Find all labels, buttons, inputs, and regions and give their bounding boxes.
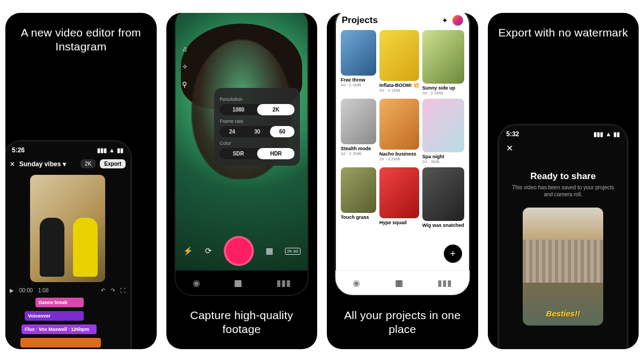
- project-card[interactable]: Inflata-BOOM! 💥4d · 1.1MB: [379, 30, 419, 95]
- project-title[interactable]: Sunday vibes ▾: [19, 160, 76, 168]
- editor-header: ✕ Sunday vibes ▾ 2K Export: [5, 156, 131, 172]
- project-card[interactable]: Touch grass: [341, 167, 376, 228]
- resolution-label: Resolution: [219, 97, 295, 102]
- project-meta: 3d · 2.3MB: [341, 151, 376, 156]
- redo-icon[interactable]: ↷: [111, 287, 115, 293]
- project-meta: 4d · 2.3MB: [341, 83, 376, 87]
- project-thumbnail: [379, 99, 419, 150]
- project-title: Stealth mode: [341, 146, 376, 151]
- battery-icon: ▮▮: [117, 147, 123, 154]
- status-time: 5:26: [12, 146, 25, 154]
- tab-insights-icon[interactable]: ▮▮▮: [437, 278, 452, 288]
- promo-panel-editor: A new video editor from Instagram 5:26 ▮…: [5, 13, 157, 349]
- ready-subtitle: This video has been saved to your projec…: [499, 184, 627, 198]
- project-title: Nacho business: [379, 151, 419, 157]
- projects-header: Projects ✦: [335, 13, 470, 30]
- quality-badge[interactable]: 2K 60: [285, 248, 301, 255]
- panel-caption: Export with no watermark: [488, 13, 639, 45]
- clip-music[interactable]: Flux · Vox Maxwell · 126bpm: [21, 324, 97, 334]
- project-meta: 4d · 1.1MB: [379, 88, 419, 93]
- status-icons: ▮▮▮ ▲ ▮▮: [594, 131, 620, 138]
- profile-avatar[interactable]: [452, 15, 463, 26]
- video-preview[interactable]: [30, 175, 105, 282]
- dancer-figure: [40, 218, 64, 277]
- project-thumbnail: [422, 99, 464, 152]
- inspiration-icon[interactable]: ✦: [442, 16, 448, 25]
- fullscreen-icon[interactable]: ⛶: [120, 287, 126, 293]
- tab-record-icon[interactable]: ◉: [353, 278, 360, 288]
- clip-video[interactable]: [20, 338, 101, 348]
- quality-chip[interactable]: 2K: [80, 159, 96, 168]
- project-card[interactable]: Wig was snatched: [422, 167, 464, 228]
- project-card[interactable]: Hype squad: [379, 167, 419, 228]
- project-thumbnail: [341, 30, 376, 76]
- time-total: 1:08: [38, 287, 48, 293]
- tab-projects-icon[interactable]: ▦: [234, 278, 242, 288]
- new-project-button[interactable]: +: [444, 245, 462, 263]
- project-card[interactable]: Stealth mode3d · 2.3MB: [341, 99, 376, 164]
- close-icon[interactable]: ✕: [10, 160, 15, 168]
- music-icon[interactable]: ♫: [182, 45, 188, 53]
- timeline-controls: ▶ 00:00 1:08 ↶ ↷ ⛶: [5, 285, 131, 295]
- close-icon[interactable]: ✕: [506, 143, 513, 153]
- color-sdr[interactable]: SDR: [219, 148, 257, 159]
- resolution-segmented[interactable]: 1080 2K: [219, 104, 295, 115]
- capture-controls: ⚡ ⟳ ▦ 2K 60: [175, 236, 308, 266]
- panel-caption: Capture high-quality footage: [166, 302, 318, 350]
- status-icons: ▮▮▮ ▲ ▮▮: [97, 147, 123, 154]
- tab-insights-icon[interactable]: ▮▮▮: [276, 278, 291, 288]
- flash-icon[interactable]: ⚡: [183, 246, 193, 256]
- project-title: Inflata-BOOM! 💥: [379, 83, 419, 88]
- ready-title: Ready to share: [499, 171, 627, 182]
- promo-panel-capture: ♫ ✧ ⚲ Resolution 1080 2K Frame rate 24 3…: [166, 13, 318, 349]
- resolution-1080[interactable]: 1080: [219, 104, 257, 115]
- project-card[interactable]: Sunny side up3d · 2.3MB: [422, 30, 464, 95]
- promo-panel-projects: Projects ✦ Free throw4d · 2.3MBInflata-B…: [327, 13, 478, 349]
- projects-title: Projects: [342, 15, 437, 26]
- project-card[interactable]: Nacho business3d · 3.2MB: [379, 99, 419, 164]
- color-segmented[interactable]: SDR HDR: [219, 148, 295, 159]
- phone-mock-export: 5:32 ▮▮▮ ▲ ▮▮ ✕ Ready to share This vide…: [497, 124, 628, 349]
- link-icon[interactable]: ⚲: [182, 80, 188, 88]
- project-title: Free throw: [341, 77, 376, 83]
- play-icon[interactable]: ▶: [10, 287, 14, 293]
- flip-camera-icon[interactable]: ⟳: [205, 246, 212, 256]
- project-thumbnail: [422, 167, 464, 221]
- export-ready: Ready to share This video has been saved…: [499, 171, 627, 198]
- color-hdr[interactable]: HDR: [257, 148, 295, 159]
- project-thumbnail: [422, 30, 464, 84]
- clip-dance-break[interactable]: Dance break: [35, 298, 84, 307]
- fps-60[interactable]: 60: [270, 126, 295, 137]
- export-button[interactable]: Export: [100, 159, 126, 168]
- tab-record-icon[interactable]: ◉: [193, 278, 200, 288]
- fps-30[interactable]: 30: [245, 126, 270, 137]
- signal-icon: ▮▮▮: [594, 131, 603, 138]
- promo-panel-export: Export with no watermark 5:32 ▮▮▮ ▲ ▮▮ ✕…: [488, 13, 639, 349]
- export-preview[interactable]: Besties!!: [523, 208, 603, 326]
- app-store-gallery: A new video editor from Instagram 5:26 ▮…: [0, 0, 644, 362]
- phone-mock-capture: ♫ ✧ ⚲ Resolution 1080 2K Frame rate 24 3…: [174, 13, 309, 296]
- signal-icon: ▮▮▮: [97, 147, 107, 154]
- undo-icon[interactable]: ↶: [101, 287, 105, 293]
- projects-grid[interactable]: Free throw4d · 2.3MBInflata-BOOM! 💥4d · …: [335, 30, 470, 228]
- status-bar: 5:32 ▮▮▮ ▲ ▮▮: [499, 125, 627, 140]
- fps-24[interactable]: 24: [219, 126, 245, 137]
- tab-projects-icon[interactable]: ▦: [395, 278, 403, 288]
- gallery-icon[interactable]: ▦: [266, 246, 273, 256]
- project-card[interactable]: Spa night2d · 3MB: [422, 99, 464, 164]
- wifi-icon: ▲: [605, 131, 611, 137]
- framerate-label: Frame rate: [219, 119, 295, 124]
- overlay-text: Besties!!: [523, 309, 603, 318]
- project-title: Hype squad: [379, 220, 419, 225]
- record-button[interactable]: [224, 236, 254, 266]
- wifi-icon: ▲: [109, 147, 115, 153]
- clip-voiceover[interactable]: Voiceover: [25, 311, 84, 321]
- time-current: 00:00: [19, 287, 33, 293]
- color-label: Color: [219, 141, 295, 146]
- framerate-segmented[interactable]: 24 30 60: [219, 126, 295, 137]
- project-card[interactable]: Free throw4d · 2.3MB: [341, 30, 376, 95]
- resolution-2k[interactable]: 2K: [257, 104, 295, 115]
- effects-icon[interactable]: ✧: [182, 63, 188, 71]
- timeline-tracks[interactable]: Dance break Voiceover Flux · Vox Maxwell…: [5, 295, 131, 349]
- project-title: Wig was snatched: [422, 223, 464, 228]
